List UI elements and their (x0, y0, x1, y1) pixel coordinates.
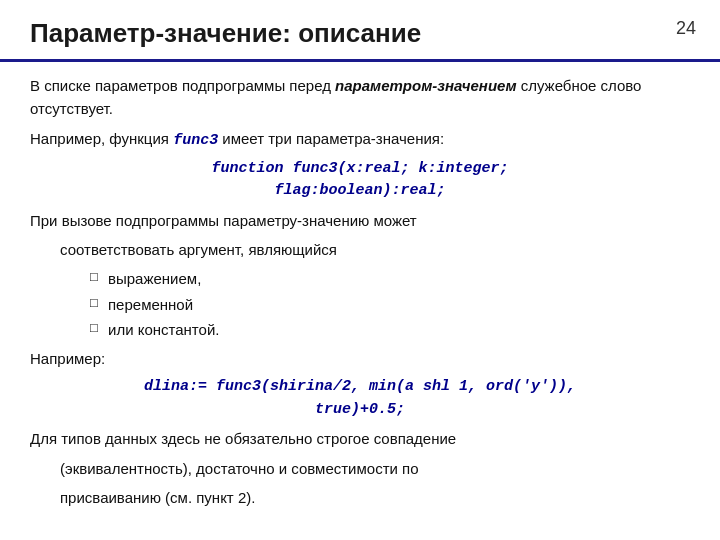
slide-title: Параметр-значение: описание (30, 18, 690, 49)
code-line-2: flag:boolean):real; (30, 180, 690, 203)
slide: 24 Параметр-значение: описание В списке … (0, 0, 720, 540)
slide-content: В списке параметров подпрограммы перед п… (0, 74, 720, 525)
p4-text: Например: (30, 350, 105, 367)
paragraph-5b: (эквивалентность), достаточно и совмести… (60, 457, 690, 480)
paragraph-5: Для типов данных здесь не обязательно ст… (30, 427, 690, 450)
paragraph-5c: присваиванию (см. пункт 2). (60, 486, 690, 509)
list-item-2-text: переменной (108, 296, 193, 313)
list-item-3: или константой. (90, 318, 690, 341)
list-item-3-text: или константой. (108, 321, 219, 338)
paragraph-3b: соответствовать аргумент, являющийся (60, 238, 690, 261)
p2-text-before: Например, функция (30, 130, 173, 147)
code-block-2: dlina:= func3(shirina/2, min(a shl 1, or… (30, 376, 690, 421)
p5b-text: (эквивалентность), достаточно и совмести… (60, 460, 419, 477)
p1-bold-text: параметром-значением (335, 77, 516, 94)
p5-text: Для типов данных здесь не обязательно ст… (30, 430, 456, 447)
code-block-1: function func3(x:real; k:integer; flag:b… (30, 158, 690, 203)
p2-funcname: func3 (173, 132, 218, 149)
p1-text-before: В списке параметров подпрограммы перед (30, 77, 335, 94)
p2-text-after: имеет три параметра-значения: (218, 130, 444, 147)
list-item-2: переменной (90, 293, 690, 316)
slide-header: Параметр-значение: описание (0, 0, 720, 62)
code-line-4: true)+0.5; (30, 399, 690, 422)
paragraph-3: При вызове подпрограммы параметру-значен… (30, 209, 690, 232)
list-item-1: выражением, (90, 267, 690, 290)
slide-number: 24 (676, 18, 696, 39)
paragraph-4: Например: (30, 347, 690, 370)
p3-text: При вызове подпрограммы параметру-значен… (30, 212, 417, 229)
p5c-text: присваиванию (см. пункт 2). (60, 489, 255, 506)
paragraph-1: В списке параметров подпрограммы перед п… (30, 74, 690, 121)
code-line-3: dlina:= func3(shirina/2, min(a shl 1, or… (30, 376, 690, 399)
bullet-list: выражением, переменной или константой. (90, 267, 690, 341)
list-item-1-text: выражением, (108, 270, 201, 287)
code-line-1: function func3(x:real; k:integer; (30, 158, 690, 181)
paragraph-2: Например, функция func3 имеет три параме… (30, 127, 690, 152)
p3b-text: соответствовать аргумент, являющийся (60, 241, 337, 258)
